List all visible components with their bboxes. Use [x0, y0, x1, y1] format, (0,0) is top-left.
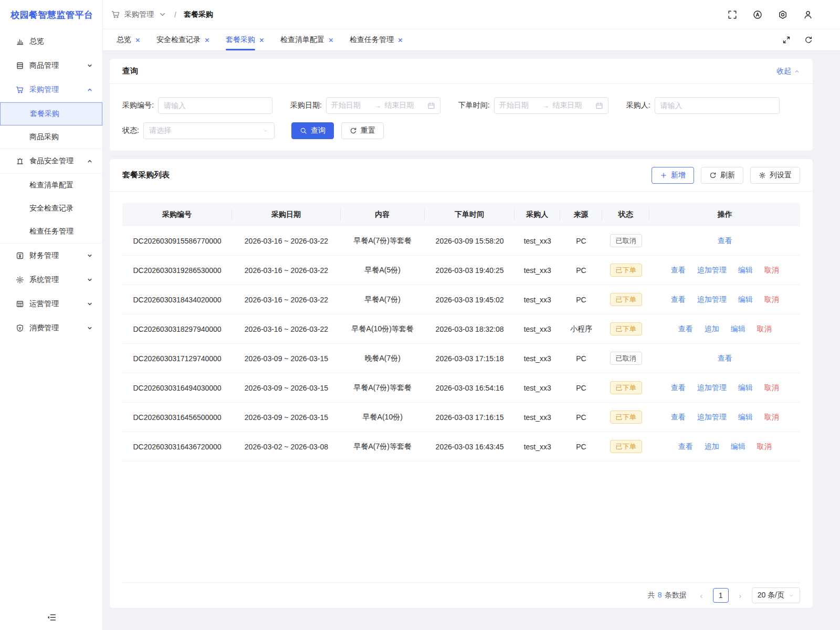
- settings-icon[interactable]: [778, 10, 788, 19]
- status-placeholder: 请选择: [149, 126, 171, 135]
- fullscreen-icon[interactable]: [728, 10, 737, 19]
- cell-purchaser: test_xx3: [514, 266, 560, 275]
- tab-overview[interactable]: 总览: [117, 29, 141, 50]
- cell-content: 早餐A(7份)等套餐: [341, 236, 425, 246]
- cell-purchase-date: 2026-03-02 ~ 2026-03-08: [232, 443, 341, 451]
- row-action-view[interactable]: 查看: [671, 266, 686, 275]
- cell-status: 已取消: [602, 234, 649, 248]
- row-action-edit[interactable]: 编辑: [738, 266, 753, 275]
- order-time-label: 下单时间:: [458, 101, 490, 110]
- row-action-cancel[interactable]: 取消: [757, 324, 772, 334]
- sidebar-item-purchase-management[interactable]: 采购管理: [0, 78, 102, 102]
- row-action-cancel[interactable]: 取消: [764, 413, 779, 422]
- sidebar-subitem-safety-check-records[interactable]: 安全检查记录: [0, 197, 102, 220]
- cart-icon: [16, 86, 24, 94]
- tab-close-icon[interactable]: [135, 37, 141, 43]
- row-action-cancel[interactable]: 取消: [764, 383, 779, 393]
- collapse-sidebar-icon[interactable]: [47, 613, 56, 622]
- row-action-view[interactable]: 查看: [678, 442, 693, 452]
- tab-close-icon[interactable]: [397, 37, 403, 43]
- row-action-view[interactable]: 查看: [671, 383, 686, 393]
- cell-purchase-date: 2026-03-16 ~ 2026-03-22: [232, 237, 341, 245]
- row-action-append[interactable]: 追加: [705, 442, 719, 452]
- sidebar-item-consumption-management[interactable]: 消费管理: [0, 316, 102, 340]
- row-action-edit[interactable]: 编辑: [731, 324, 746, 334]
- search-button[interactable]: 查询: [291, 122, 334, 139]
- sidebar-item-operation-management[interactable]: 运营管理: [0, 292, 102, 316]
- add-button[interactable]: 新增: [652, 167, 694, 184]
- user-icon[interactable]: [803, 10, 813, 19]
- row-action-append-manage[interactable]: 追加管理: [697, 383, 727, 393]
- purchase-date-range[interactable]: 开始日期 → 结束日期: [326, 97, 440, 114]
- collapse-query-link[interactable]: 收起: [776, 67, 800, 76]
- row-action-edit[interactable]: 编辑: [738, 295, 753, 304]
- row-action-edit[interactable]: 编辑: [731, 442, 746, 452]
- row-action-edit[interactable]: 编辑: [738, 383, 753, 393]
- cell-source: PC: [560, 237, 602, 245]
- sidebar-subitem-package-purchase[interactable]: 套餐采购: [0, 102, 102, 125]
- next-page-button[interactable]: ›: [734, 588, 747, 603]
- row-action-view[interactable]: 查看: [671, 413, 686, 422]
- row-action-cancel[interactable]: 取消: [757, 442, 772, 452]
- breadcrumb-parent[interactable]: 采购管理: [124, 10, 154, 19]
- refresh-tabs-icon[interactable]: [804, 36, 813, 44]
- tab-close-icon[interactable]: [328, 37, 334, 43]
- order-time-range[interactable]: 开始日期 → 结束日期: [494, 97, 608, 114]
- pagination-total: 共 8 条数据: [648, 591, 687, 600]
- tab-package-purchase[interactable]: 套餐采购: [226, 29, 265, 50]
- query-form: 采购编号: 采购日期: 开始日期 → 结束日期: [110, 84, 813, 151]
- sidebar-item-food-safety[interactable]: 食品安全管理: [0, 149, 102, 173]
- row-action-append-manage[interactable]: 追加管理: [697, 266, 727, 275]
- column-header: 操作: [649, 209, 800, 220]
- tab-checklist-config[interactable]: 检查清单配置: [280, 29, 334, 50]
- column-header: 采购编号: [122, 209, 232, 220]
- sidebar-item-overview[interactable]: 总览: [0, 29, 102, 54]
- cell-status: 已下单: [602, 381, 649, 395]
- expand-tabs-icon[interactable]: [782, 36, 791, 44]
- purchaser-input[interactable]: [655, 97, 780, 114]
- tab-close-icon[interactable]: [259, 37, 265, 43]
- sidebar-item-finance-management[interactable]: 财务管理: [0, 244, 102, 268]
- cell-purchaser: test_xx3: [514, 443, 560, 451]
- cell-purchaser: test_xx3: [514, 325, 560, 333]
- purchaser-label: 采购人:: [626, 101, 650, 110]
- row-action-append-manage[interactable]: 追加管理: [697, 295, 727, 304]
- sidebar-item-system-management[interactable]: 系统管理: [0, 268, 102, 292]
- prev-page-button[interactable]: ‹: [695, 588, 708, 603]
- row-action-append-manage[interactable]: 追加管理: [697, 413, 727, 422]
- sidebar-subitem-checklist-config[interactable]: 检查清单配置: [0, 174, 102, 197]
- row-action-edit[interactable]: 编辑: [738, 413, 753, 422]
- row-action-cancel[interactable]: 取消: [764, 295, 779, 304]
- refresh-button[interactable]: 刷新: [701, 167, 743, 184]
- end-date-placeholder: 结束日期: [384, 101, 424, 110]
- row-action-view[interactable]: 查看: [678, 324, 693, 334]
- list-title: 套餐采购列表: [122, 170, 170, 180]
- sidebar-item-goods-management[interactable]: 商品管理: [0, 54, 102, 78]
- row-action-view[interactable]: 查看: [671, 295, 686, 304]
- chevron-up-icon: [794, 68, 800, 75]
- list-panel-header: 套餐采购列表 新增 刷新 列设置: [110, 159, 813, 192]
- column-settings-button[interactable]: 列设置: [750, 167, 800, 184]
- breadcrumb-separator: /: [174, 10, 176, 19]
- sidebar-subitem-check-task-management[interactable]: 检查任务管理: [0, 220, 102, 243]
- row-action-cancel[interactable]: 取消: [764, 266, 779, 275]
- query-panel: 查询 收起 采购编号: 采购日期:: [110, 59, 813, 151]
- tabbar-tabs: 总览安全检查记录套餐采购检查清单配置检查任务管理: [117, 29, 403, 50]
- purchase-no-input[interactable]: [158, 97, 272, 114]
- row-action-append[interactable]: 追加: [705, 324, 719, 334]
- cell-status: 已下单: [602, 264, 649, 277]
- cell-purchase-no: DC2026030318434020000: [122, 296, 232, 304]
- tab-close-icon[interactable]: [204, 37, 210, 43]
- tab-check-task-management[interactable]: 检查任务管理: [350, 29, 403, 50]
- reset-button[interactable]: 重置: [341, 122, 384, 139]
- row-action-view[interactable]: 查看: [718, 236, 732, 246]
- sidebar-subitem-goods-purchase[interactable]: 商品采购: [0, 125, 102, 149]
- language-icon[interactable]: [753, 10, 762, 19]
- row-action-view[interactable]: 查看: [718, 354, 732, 363]
- cell-actions: 查看追加管理编辑取消: [649, 383, 800, 393]
- status-select[interactable]: 请选择: [143, 122, 275, 139]
- cell-actions: 查看追加管理编辑取消: [649, 266, 800, 275]
- page-size-select[interactable]: 20 条/页: [752, 587, 800, 603]
- current-page[interactable]: 1: [713, 588, 729, 603]
- tab-safety-check-records[interactable]: 安全检查记录: [156, 29, 210, 50]
